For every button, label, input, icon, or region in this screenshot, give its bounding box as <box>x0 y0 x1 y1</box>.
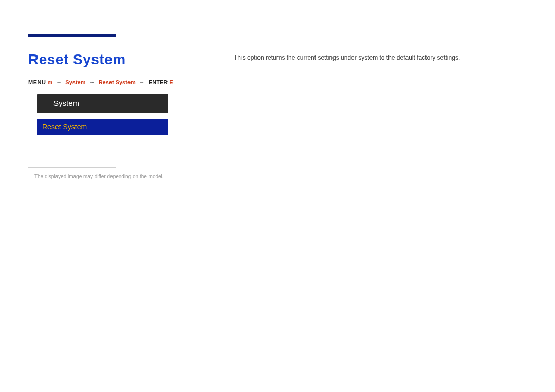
footnote: - The displayed image may differ dependi… <box>28 174 164 179</box>
osd-item-reset-system[interactable]: Reset System <box>37 119 168 135</box>
footnote-text: The displayed image may differ depending… <box>34 174 164 179</box>
enter-glyph-icon: E <box>169 79 173 85</box>
enter-label: ENTER <box>149 79 168 85</box>
accent-bar <box>28 34 116 37</box>
description-text: This option returns the current settings… <box>234 53 522 62</box>
arrow-right-icon: → <box>89 79 95 85</box>
arrow-right-icon: → <box>56 79 62 85</box>
left-divider <box>28 167 116 168</box>
top-rule <box>128 35 527 35</box>
breadcrumb-item-reset-system: Reset System <box>99 79 136 85</box>
arrow-right-icon: → <box>139 79 145 85</box>
osd-preview: System Reset System <box>37 94 168 135</box>
osd-header: System <box>37 94 168 113</box>
menu-label: MENU <box>28 79 46 85</box>
menu-glyph-icon: m <box>47 79 52 85</box>
breadcrumb-item-system: System <box>65 79 85 85</box>
breadcrumb: MENU m → System → Reset System → ENTER E <box>28 79 173 85</box>
footnote-dash: - <box>28 174 30 179</box>
page-title: Reset System <box>28 51 126 68</box>
osd-gap <box>37 113 168 119</box>
